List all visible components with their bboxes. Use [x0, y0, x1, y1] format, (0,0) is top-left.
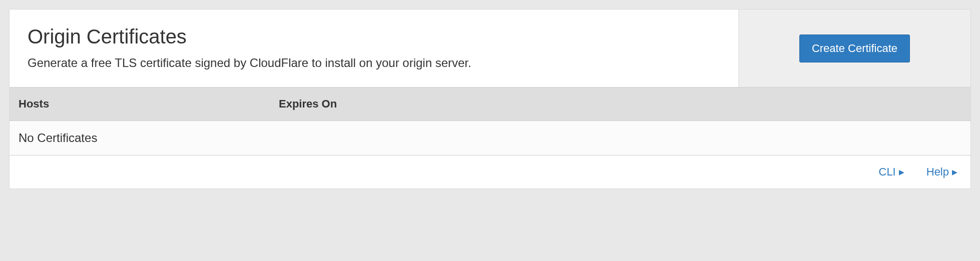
- card-description: Generate a free TLS certificate signed b…: [28, 56, 720, 70]
- table-header: Hosts Expires On: [10, 87, 970, 121]
- table-empty-message: No Certificates: [10, 121, 970, 155]
- caret-right-icon: ▶: [899, 168, 904, 176]
- caret-right-icon: ▶: [952, 168, 957, 176]
- help-link-label: Help: [926, 166, 949, 178]
- origin-certificates-card: Origin Certificates Generate a free TLS …: [9, 9, 971, 189]
- card-footer: CLI ▶ Help ▶: [10, 156, 970, 188]
- table-body: No Certificates: [10, 121, 970, 156]
- card-title: Origin Certificates: [28, 26, 720, 48]
- cli-link-label: CLI: [879, 166, 896, 178]
- card-header-main: Origin Certificates Generate a free TLS …: [10, 10, 738, 87]
- card-header-action: Create Certificate: [738, 10, 970, 87]
- column-header-expires-on: Expires On: [270, 88, 970, 120]
- create-certificate-button[interactable]: Create Certificate: [799, 34, 910, 62]
- column-header-hosts: Hosts: [10, 88, 270, 120]
- cli-link[interactable]: CLI ▶: [879, 166, 904, 178]
- card-header: Origin Certificates Generate a free TLS …: [10, 10, 970, 87]
- help-link[interactable]: Help ▶: [926, 166, 957, 178]
